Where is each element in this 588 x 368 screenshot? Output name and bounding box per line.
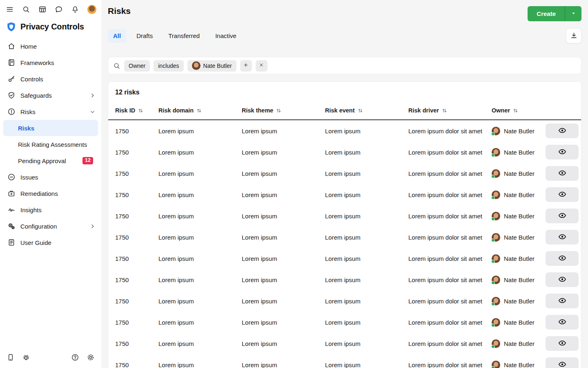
column-header-risk-driver[interactable]: Risk driver xyxy=(408,107,492,114)
apps-grid-icon[interactable] xyxy=(38,5,47,13)
chevron-down-icon xyxy=(89,109,96,115)
cell-risk-theme: Lorem ipsum xyxy=(242,191,325,198)
download-button[interactable] xyxy=(566,28,581,43)
view-button[interactable] xyxy=(546,166,579,181)
owner-avatar xyxy=(492,276,500,284)
safeguards-icon xyxy=(7,91,16,99)
pending-count-badge: 12 xyxy=(82,157,93,165)
add-filter-button[interactable] xyxy=(240,60,252,72)
cell-risk-driver: Lorem ipsum dolor sit amet xyxy=(408,276,492,283)
filter-value-chip[interactable]: Nate Butler xyxy=(187,60,236,72)
shield-logo-icon xyxy=(6,21,17,32)
user-avatar[interactable] xyxy=(87,5,96,14)
sidebar-item-remediations[interactable]: Remediations xyxy=(0,185,101,202)
cell-actions xyxy=(546,272,579,287)
owner-avatar xyxy=(492,233,500,242)
search-icon[interactable] xyxy=(22,5,30,13)
cell-risk-driver: Lorem ipsum dolor sit amet xyxy=(408,361,492,368)
view-button[interactable] xyxy=(546,123,579,138)
cell-risk-driver: Lorem ipsum dolor sit amet xyxy=(408,128,492,135)
plus-icon xyxy=(243,62,249,69)
cell-risk-domain: Lorem ipsum xyxy=(158,255,242,262)
sidebar-item-safeguards[interactable]: Safeguards xyxy=(0,87,101,103)
cell-risk-event: Lorem ipsum xyxy=(325,234,408,241)
home-icon xyxy=(7,42,16,50)
tab-all[interactable]: All xyxy=(108,29,126,43)
view-button[interactable] xyxy=(546,336,579,351)
sidebar-item-controls[interactable]: Controls xyxy=(0,71,101,87)
notifications-icon[interactable] xyxy=(71,5,79,13)
clear-filter-button[interactable] xyxy=(256,60,267,72)
tab-drafts[interactable]: Drafts xyxy=(131,29,158,43)
sidebar-item-home[interactable]: Home xyxy=(0,38,101,54)
column-header-risk-event[interactable]: Risk event xyxy=(325,107,408,114)
settings-icon[interactable] xyxy=(87,353,95,361)
tabs: AllDraftsTransferredInactive xyxy=(108,29,242,43)
menu-icon[interactable] xyxy=(6,5,14,13)
cell-risk-event: Lorem ipsum xyxy=(325,276,408,283)
sidebar-item-user-guide[interactable]: User Guide xyxy=(0,234,101,251)
owner-name: Nate Butler xyxy=(504,319,535,326)
owner-name: Nate Butler xyxy=(504,191,535,198)
cell-risk-domain: Lorem ipsum xyxy=(158,298,242,305)
filter-field-chip[interactable]: Owner xyxy=(124,60,150,72)
sidebar-subitem-risks[interactable]: Risks xyxy=(3,120,98,136)
table-row: 1750Lorem ipsumLorem ipsumLorem ipsumLor… xyxy=(108,290,581,312)
configuration-icon xyxy=(7,222,16,230)
view-button[interactable] xyxy=(546,251,579,266)
sidebar-item-frameworks[interactable]: Frameworks xyxy=(0,54,101,71)
cell-risk-id: 1750 xyxy=(115,298,158,305)
cell-risk-event: Lorem ipsum xyxy=(325,340,408,347)
device-icon[interactable] xyxy=(7,353,15,361)
tab-transferred[interactable]: Transferred xyxy=(163,29,205,43)
create-dropdown-button[interactable] xyxy=(565,6,581,21)
help-icon[interactable] xyxy=(71,353,79,361)
app-title: Privacy Controls xyxy=(20,22,84,31)
table-summary: 12 risks xyxy=(108,82,581,101)
chevron-right-icon xyxy=(89,92,96,99)
view-button[interactable] xyxy=(546,209,579,223)
sidebar-item-issues[interactable]: Issues xyxy=(0,169,101,185)
cell-risk-event: Lorem ipsum xyxy=(325,319,408,326)
cell-risk-event: Lorem ipsum xyxy=(325,170,408,177)
view-button[interactable] xyxy=(546,187,579,202)
cell-risk-theme: Lorem ipsum xyxy=(242,170,325,177)
sidebar-item-label: Frameworks xyxy=(20,59,54,66)
create-button[interactable]: Create xyxy=(528,6,565,21)
table-row: 1750Lorem ipsumLorem ipsumLorem ipsumLor… xyxy=(108,312,581,333)
sort-icon xyxy=(442,108,447,113)
cell-risk-driver: Lorem ipsum dolor sit amet xyxy=(408,149,492,156)
column-header-risk-theme[interactable]: Risk theme xyxy=(242,107,325,114)
view-button[interactable] xyxy=(546,315,579,330)
column-header-risk-id[interactable]: Risk ID xyxy=(115,107,158,114)
sidebar-item-risks[interactable]: Risks xyxy=(0,103,101,120)
eye-icon xyxy=(558,296,566,306)
cell-risk-event: Lorem ipsum xyxy=(325,255,408,262)
view-button[interactable] xyxy=(546,230,579,245)
column-header-owner[interactable]: Owner xyxy=(492,107,546,114)
eye-icon xyxy=(558,148,566,157)
view-button[interactable] xyxy=(546,357,579,368)
view-button[interactable] xyxy=(546,272,579,287)
cell-owner: Nate Butler xyxy=(492,361,546,368)
cell-actions xyxy=(546,209,579,223)
table-row: 1750Lorem ipsumLorem ipsumLorem ipsumLor… xyxy=(108,248,581,269)
sidebar-item-label: Home xyxy=(20,43,37,50)
sidebar-subitem-pending-approval[interactable]: Pending Approval12 xyxy=(3,153,98,169)
user-guide-icon xyxy=(7,238,16,247)
eye-icon xyxy=(558,126,566,136)
bug-report-icon[interactable] xyxy=(22,353,30,361)
column-header-risk-domain[interactable]: Risk domain xyxy=(158,107,242,114)
chat-icon[interactable] xyxy=(55,5,63,13)
sidebar-subitem-risk-rating-assessments[interactable]: Risk Rating Assessments xyxy=(3,136,98,153)
cell-risk-domain: Lorem ipsum xyxy=(158,319,242,326)
sidebar-item-configuration[interactable]: Configuration xyxy=(0,218,101,234)
filter-operator-chip[interactable]: includes xyxy=(154,60,183,72)
cell-risk-domain: Lorem ipsum xyxy=(158,128,242,135)
close-icon xyxy=(258,62,264,69)
view-button[interactable] xyxy=(546,294,579,308)
tab-inactive[interactable]: Inactive xyxy=(210,29,242,43)
sidebar-item-insights[interactable]: Insights xyxy=(0,202,101,218)
view-button[interactable] xyxy=(546,145,579,159)
sidebar-item-label: Controls xyxy=(20,76,43,83)
